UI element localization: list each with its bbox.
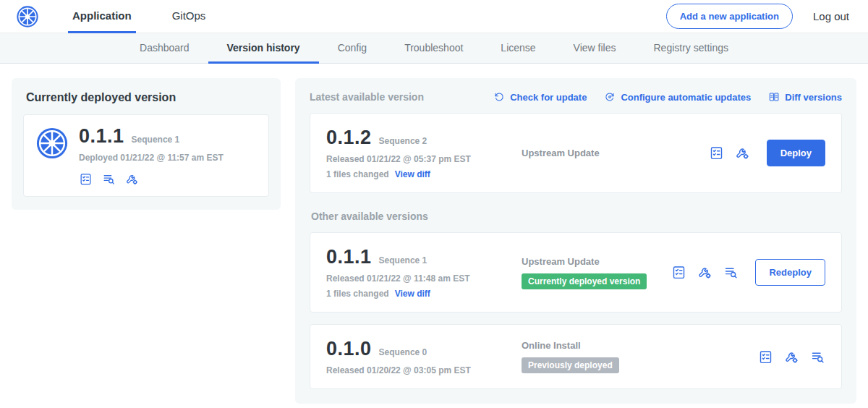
version-source: Upstream Update Currently deployed versi…: [513, 256, 671, 289]
nav-tab-application-label: Application: [72, 9, 132, 22]
refresh-icon: [493, 91, 505, 103]
subnav-tab-version-history-label: Version history: [227, 42, 300, 54]
logout-button[interactable]: Log out: [813, 10, 849, 22]
subnav-tab-troubleshoot-label: Troubleshoot: [404, 42, 463, 54]
app-icon: [35, 127, 69, 160]
deployed-actions: [79, 172, 224, 186]
deployed-version-number: 0.1.1: [79, 125, 124, 148]
edit-config-icon[interactable]: [784, 349, 799, 365]
version-source: Upstream Update: [513, 148, 709, 158]
top-navbar: Application GitOps Add a new application…: [0, 0, 868, 33]
previously-deployed-badge: Previously deployed: [522, 357, 619, 373]
subnav-tab-license-label: License: [501, 42, 535, 54]
other-versions-title: Other available versions: [311, 211, 842, 222]
version-actions: Deploy: [709, 140, 825, 166]
version-number: 0.1.1: [326, 246, 372, 268]
check-for-update-button[interactable]: Check for update: [493, 91, 587, 103]
subnav-tab-license[interactable]: License: [482, 33, 554, 64]
check-for-update-label: Check for update: [510, 92, 587, 103]
version-number: 0.1.2: [326, 127, 372, 149]
app-subnav: Dashboard Version history Config Trouble…: [0, 33, 868, 64]
source-label: Online Install: [522, 340, 758, 351]
auto-update-icon: [604, 91, 616, 103]
configure-automatic-updates-button[interactable]: Configure automatic updates: [604, 91, 751, 103]
version-row-deployed: 0.1.1 Sequence 1 Released 01/21/22 @ 11:…: [310, 232, 842, 313]
source-label: Upstream Update: [522, 148, 709, 158]
subnav-tab-view-files-label: View files: [574, 42, 616, 54]
release-notes-icon[interactable]: [79, 172, 93, 186]
deployed-version-card: 0.1.1 Sequence 1 Deployed 01/21/22 @ 11:…: [23, 114, 269, 197]
diff-versions-button[interactable]: Diff versions: [768, 91, 842, 103]
version-source: Online Install Previously deployed: [513, 340, 758, 373]
source-label: Upstream Update: [522, 256, 671, 267]
latest-version-title: Latest available version: [310, 91, 424, 103]
released-timestamp: Released 01/20/22 @ 03:05 pm EST: [326, 365, 513, 375]
subnav-tab-troubleshoot[interactable]: Troubleshoot: [386, 33, 482, 64]
version-info: 0.1.0 Sequence 0 Released 01/20/22 @ 03:…: [326, 338, 513, 375]
release-notes-icon[interactable]: [758, 349, 773, 365]
version-row-latest: 0.1.2 Sequence 2 Released 01/21/22 @ 05:…: [310, 113, 842, 193]
redeploy-button[interactable]: Redeploy: [755, 259, 825, 286]
version-row-previous: 0.1.0 Sequence 0 Released 01/20/22 @ 03:…: [310, 324, 842, 389]
main-nav: Application GitOps: [68, 0, 242, 33]
deployed-panel-title: Currently deployed version: [26, 91, 269, 104]
release-notes-icon[interactable]: [671, 265, 686, 280]
files-changed-label: 1 files changed: [326, 289, 389, 299]
configure-automatic-updates-label: Configure automatic updates: [621, 92, 751, 103]
files-changed-label: 1 files changed: [326, 169, 389, 179]
view-files-icon[interactable]: [810, 349, 825, 365]
version-info: 0.1.1 Sequence 1 Released 01/21/22 @ 11:…: [326, 246, 513, 299]
subnav-tab-registry-settings[interactable]: Registry settings: [635, 33, 747, 64]
sequence-label: Sequence 1: [379, 255, 427, 265]
edit-config-icon[interactable]: [697, 265, 712, 280]
diff-icon: [768, 91, 780, 103]
diff-versions-label: Diff versions: [785, 92, 842, 103]
nav-tab-gitops[interactable]: GitOps: [168, 0, 210, 33]
view-files-icon[interactable]: [723, 265, 739, 280]
subnav-tab-version-history[interactable]: Version history: [208, 33, 319, 64]
version-info: 0.1.2 Sequence 2 Released 01/21/22 @ 05:…: [326, 127, 513, 179]
deployed-timestamp: Deployed 01/21/22 @ 11:57 am EST: [79, 153, 224, 163]
available-versions-panel: Latest available version Check for updat…: [295, 78, 856, 404]
panel-header-actions: Check for update Configure automatic upd…: [493, 91, 842, 103]
subnav-tab-dashboard-label: Dashboard: [140, 42, 190, 54]
version-actions: [758, 349, 825, 365]
subnav-tab-dashboard[interactable]: Dashboard: [121, 33, 208, 64]
released-timestamp: Released 01/21/22 @ 05:37 pm EST: [326, 154, 513, 164]
view-diff-link[interactable]: View diff: [395, 289, 430, 299]
currently-deployed-badge: Currently deployed version: [522, 273, 647, 289]
sequence-label: Sequence 0: [379, 347, 427, 357]
available-panel-header: Latest available version Check for updat…: [310, 91, 842, 103]
deployed-sequence-label: Sequence 1: [132, 135, 180, 145]
main-content: Currently deployed version 0.1.1 Sequenc…: [0, 64, 868, 408]
subnav-tab-registry-settings-label: Registry settings: [654, 42, 728, 54]
subnav-tab-config-label: Config: [338, 42, 367, 54]
currently-deployed-panel: Currently deployed version 0.1.1 Sequenc…: [12, 78, 281, 210]
deploy-button[interactable]: Deploy: [767, 140, 825, 166]
deployed-version-info: 0.1.1 Sequence 1 Deployed 01/21/22 @ 11:…: [79, 125, 224, 186]
view-diff-link[interactable]: View diff: [395, 169, 430, 179]
release-notes-icon[interactable]: [709, 145, 724, 161]
add-application-button[interactable]: Add a new application: [666, 4, 793, 29]
subnav-tab-config[interactable]: Config: [319, 33, 386, 64]
nav-tab-gitops-label: GitOps: [172, 9, 206, 22]
kubernetes-logo-icon: [16, 5, 39, 28]
edit-config-icon[interactable]: [735, 145, 750, 161]
nav-tab-application[interactable]: Application: [68, 0, 136, 33]
version-actions: Redeploy: [671, 259, 825, 286]
version-number: 0.1.0: [326, 338, 372, 360]
edit-config-icon[interactable]: [125, 172, 139, 186]
view-files-icon[interactable]: [102, 172, 116, 186]
released-timestamp: Released 01/21/22 @ 11:48 am EST: [326, 273, 513, 284]
subnav-tab-view-files[interactable]: View files: [555, 33, 635, 64]
sequence-label: Sequence 2: [379, 136, 427, 146]
